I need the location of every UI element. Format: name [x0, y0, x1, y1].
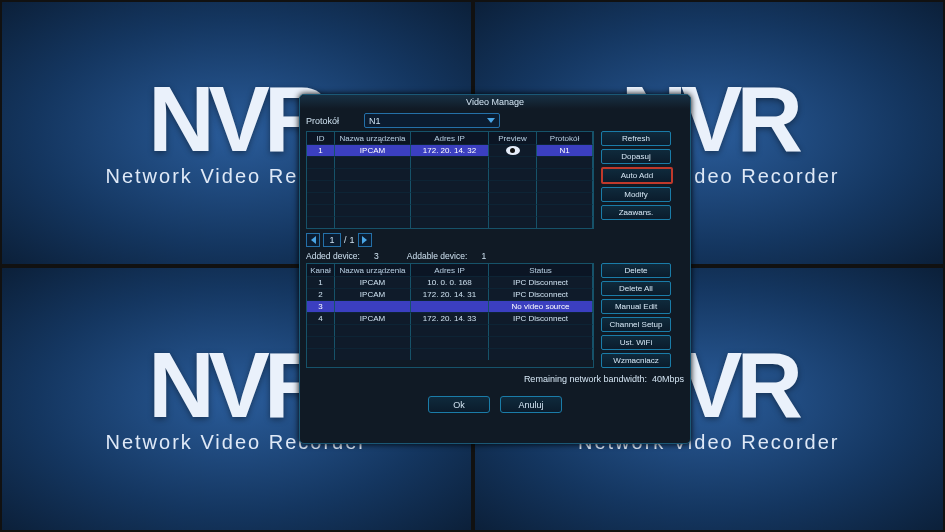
- table-row[interactable]: [307, 168, 593, 180]
- table-cell: [307, 180, 335, 192]
- table-cell: [489, 348, 593, 360]
- table-row[interactable]: [307, 324, 593, 336]
- table-cell: 172. 20. 14. 32: [411, 144, 489, 156]
- table-cell: IPCAM: [335, 144, 411, 156]
- table-cell: [335, 180, 411, 192]
- chevron-down-icon: [487, 118, 495, 123]
- cancel-button[interactable]: Anuluj: [500, 396, 562, 413]
- table-row[interactable]: 3No video source: [307, 300, 593, 312]
- table-cell: 1: [307, 144, 335, 156]
- table-cell: [489, 324, 593, 336]
- refresh-button[interactable]: Refresh: [601, 131, 671, 146]
- table-cell: [411, 156, 489, 168]
- table-row[interactable]: [307, 336, 593, 348]
- table-row[interactable]: [307, 192, 593, 204]
- table-cell: [307, 348, 335, 360]
- table-cell: [335, 324, 411, 336]
- ust-wifi-button[interactable]: Ust. WiFi: [601, 335, 671, 350]
- table-cell: [537, 216, 593, 228]
- table-row[interactable]: 1IPCAM172. 20. 14. 32N1: [307, 144, 593, 156]
- pager: 1 / 1: [306, 233, 684, 247]
- table-cell: [335, 348, 411, 360]
- table-cell: 172. 20. 14. 33: [411, 312, 489, 324]
- protocol-label: Protokół: [306, 116, 364, 126]
- table-cell: 2: [307, 288, 335, 300]
- table-cell: [307, 216, 335, 228]
- protocol-value: N1: [369, 116, 381, 126]
- pager-prev[interactable]: [306, 233, 320, 247]
- table-cell: 10. 0. 0. 168: [411, 276, 489, 288]
- addable-value: 1: [481, 251, 486, 261]
- table-row[interactable]: 1IPCAM10. 0. 0. 168IPC Disconnect: [307, 276, 593, 288]
- bandwidth-label: Remaining network bandwidth:: [524, 374, 647, 384]
- bg-logo: NVR: [148, 78, 324, 161]
- chevron-right-icon: [362, 236, 367, 244]
- table-row[interactable]: 2IPCAM172. 20. 14. 31IPC Disconnect: [307, 288, 593, 300]
- table-cell: [489, 180, 537, 192]
- table-cell: IPCAM: [335, 288, 411, 300]
- table-header: Status: [489, 264, 593, 276]
- table-cell: IPC Disconnect: [489, 276, 593, 288]
- table-cell: 172. 20. 14. 31: [411, 288, 489, 300]
- table-cell: [411, 168, 489, 180]
- table-row[interactable]: 4IPCAM172. 20. 14. 33IPC Disconnect: [307, 312, 593, 324]
- table-cell: [307, 204, 335, 216]
- table-cell: [411, 324, 489, 336]
- table-cell: [489, 216, 537, 228]
- added-value: 3: [374, 251, 379, 261]
- table-cell: [489, 204, 537, 216]
- table-header: Protokół: [537, 132, 593, 144]
- manual-edit-button[interactable]: Manual Edit: [601, 299, 671, 314]
- table-row[interactable]: [307, 348, 593, 360]
- delete-all-button[interactable]: Delete All: [601, 281, 671, 296]
- table-cell: 1: [307, 276, 335, 288]
- modify-button[interactable]: Modify: [601, 187, 671, 202]
- table-cell: IPC Disconnect: [489, 288, 593, 300]
- table-cell: [489, 156, 537, 168]
- table-cell: IPCAM: [335, 276, 411, 288]
- table-cell: [537, 192, 593, 204]
- table-cell: [335, 300, 411, 312]
- ok-button[interactable]: Ok: [428, 396, 490, 413]
- addable-label: Addable device:: [407, 251, 468, 261]
- zaawans--button[interactable]: Zaawans.: [601, 205, 671, 220]
- table-cell: [335, 192, 411, 204]
- bandwidth-value: 40Mbps: [652, 374, 684, 384]
- video-manage-dialog: Video Manage Protokół N1 IDNazwa urządze…: [299, 94, 691, 444]
- table-cell: [307, 192, 335, 204]
- table-cell: [307, 168, 335, 180]
- table-header: Nazwa urządzenia: [335, 132, 411, 144]
- table-header: Adres IP: [411, 264, 489, 276]
- dopasuj-button[interactable]: Dopasuj: [601, 149, 671, 164]
- table-row[interactable]: [307, 180, 593, 192]
- pager-next[interactable]: [358, 233, 372, 247]
- table-row[interactable]: [307, 156, 593, 168]
- table-cell: [335, 156, 411, 168]
- wzmacniacz-button[interactable]: Wzmacniacz: [601, 353, 671, 368]
- bg-logo: NVR: [148, 344, 324, 427]
- table-cell: [489, 192, 537, 204]
- table-cell: [335, 204, 411, 216]
- auto-add-button[interactable]: Auto Add: [601, 167, 673, 184]
- table-cell: [335, 216, 411, 228]
- table-cell: [537, 168, 593, 180]
- table-cell: [307, 156, 335, 168]
- pager-current[interactable]: 1: [323, 233, 341, 247]
- table-cell: [489, 144, 537, 156]
- table-header: Adres IP: [411, 132, 489, 144]
- table-cell: 3: [307, 300, 335, 312]
- table-cell: [489, 336, 593, 348]
- table-row[interactable]: [307, 204, 593, 216]
- table-cell: IPCAM: [335, 312, 411, 324]
- protocol-select[interactable]: N1: [364, 113, 500, 128]
- table-header: ID: [307, 132, 335, 144]
- pager-total: 1: [350, 235, 355, 245]
- table-row[interactable]: [307, 216, 593, 228]
- channel-setup-button[interactable]: Channel Setup: [601, 317, 671, 332]
- table-cell: [411, 204, 489, 216]
- table-cell: IPC Disconnect: [489, 312, 593, 324]
- table-cell: [537, 156, 593, 168]
- table-cell: [411, 300, 489, 312]
- table-header: Kanał: [307, 264, 335, 276]
- delete-button[interactable]: Delete: [601, 263, 671, 278]
